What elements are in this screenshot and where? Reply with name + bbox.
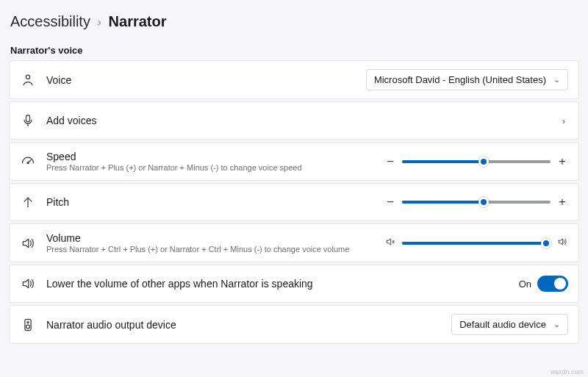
speed-label: Speed <box>46 151 384 162</box>
svg-point-4 <box>27 321 29 323</box>
svg-point-5 <box>26 325 30 328</box>
speaker-icon <box>20 276 36 292</box>
pitch-slider[interactable]: − + <box>384 195 568 209</box>
section-title-narrators-voice: Narrator's voice <box>0 36 588 60</box>
microphone-icon <box>20 112 36 129</box>
arrow-up-icon <box>20 194 36 210</box>
output-device-label: Narrator audio output device <box>46 319 451 331</box>
add-voices-row[interactable]: Add voices › <box>9 101 579 140</box>
toggle-state-label: On <box>519 279 531 290</box>
breadcrumb-parent[interactable]: Accessibility <box>10 13 90 30</box>
lower-volume-row: Lower the volume of other apps when Narr… <box>9 265 579 303</box>
person-icon <box>20 72 36 88</box>
watermark: wsxdn.com <box>551 368 584 376</box>
lower-volume-toggle[interactable] <box>537 276 568 292</box>
volume-row: Volume Press Narrator + Ctrl + Plus (+) … <box>9 223 579 262</box>
svg-rect-1 <box>26 115 30 122</box>
pitch-label: Pitch <box>46 196 384 208</box>
speaker-icon <box>20 235 36 251</box>
voice-label: Voice <box>46 74 366 86</box>
svg-point-0 <box>26 75 29 79</box>
device-speaker-icon <box>20 317 36 333</box>
plus-icon[interactable]: + <box>556 195 568 209</box>
volume-slider[interactable] <box>384 237 568 249</box>
chevron-right-icon: › <box>98 16 101 28</box>
volume-label: Volume <box>46 232 384 244</box>
output-device-row: Narrator audio output device Default aud… <box>9 305 579 344</box>
minus-icon[interactable]: − <box>384 195 396 209</box>
lower-volume-label: Lower the volume of other apps when Narr… <box>46 278 519 290</box>
breadcrumb: Accessibility › Narrator <box>0 0 588 36</box>
add-voices-label: Add voices <box>46 115 559 126</box>
voice-dropdown-value: Microsoft David - English (United States… <box>374 74 546 85</box>
plus-icon[interactable]: + <box>556 155 568 168</box>
speed-slider[interactable]: − + <box>384 155 568 168</box>
speed-hint: Press Narrator + Plus (+) or Narrator + … <box>46 163 384 172</box>
output-device-value: Default audio device <box>459 319 546 330</box>
speaker-max-icon[interactable] <box>556 237 568 249</box>
volume-hint: Press Narrator + Ctrl + Plus (+) or Narr… <box>46 245 384 254</box>
output-device-dropdown[interactable]: Default audio device ⌄ <box>451 314 568 335</box>
minus-icon[interactable]: − <box>384 155 396 168</box>
speed-icon <box>20 154 36 170</box>
pitch-row: Pitch − + <box>9 183 579 221</box>
svg-point-2 <box>27 162 29 163</box>
voice-dropdown[interactable]: Microsoft David - English (United States… <box>366 69 568 90</box>
mute-icon[interactable] <box>384 237 396 249</box>
voice-row: Voice Microsoft David - English (United … <box>9 60 579 99</box>
speed-row: Speed Press Narrator + Plus (+) or Narra… <box>9 142 579 181</box>
breadcrumb-current: Narrator <box>109 13 167 30</box>
chevron-down-icon: ⌄ <box>553 75 560 85</box>
chevron-right-icon: › <box>559 115 568 126</box>
chevron-down-icon: ⌄ <box>553 320 560 329</box>
